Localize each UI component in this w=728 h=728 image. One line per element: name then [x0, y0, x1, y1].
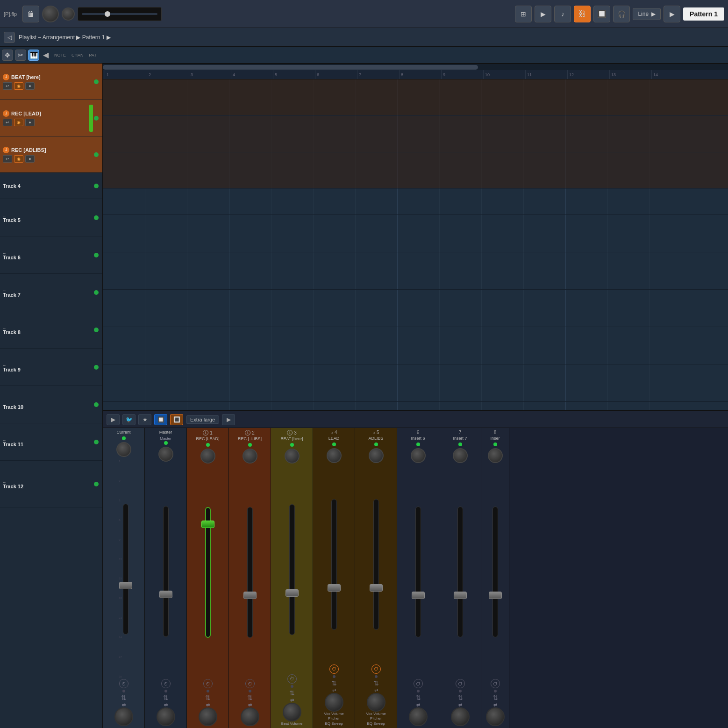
ch-2-knob[interactable] — [243, 449, 257, 464]
ch-7-knob[interactable] — [453, 448, 468, 463]
ch-1-stereo[interactable]: ⇄ — [206, 702, 210, 707]
ch-1-fader-track[interactable] — [205, 507, 211, 638]
rec-lead-btn-2[interactable]: ◉ — [14, 119, 23, 126]
ch-8-big-knob[interactable] — [486, 707, 505, 726]
knob-main[interactable] — [42, 6, 59, 22]
audio-icon[interactable]: ◁ — [4, 32, 15, 43]
ch-7-arrows[interactable]: ⇅ — [457, 694, 463, 701]
channel-current-stereo[interactable]: ⇄ — [122, 702, 126, 707]
mixer-play-btn[interactable]: ▶ — [107, 414, 120, 425]
mixer-arrow-btn[interactable]: ▶ — [222, 414, 235, 425]
link-btn[interactable]: ⛓ — [574, 6, 591, 22]
ch-1-arrows[interactable]: ⇅ — [205, 694, 211, 701]
ch-8-arrows[interactable]: ⇅ — [492, 694, 498, 701]
rec-lead-btn-1[interactable]: ↩ — [3, 119, 12, 126]
ch-6-knob[interactable] — [411, 448, 426, 463]
ch-1-knob[interactable] — [200, 449, 215, 464]
ch-2-clock[interactable]: ⏱ — [245, 679, 255, 688]
rec-adlibs-btn-2[interactable]: ◉ — [14, 155, 23, 163]
grid-row-9[interactable] — [103, 364, 728, 402]
grid-row-1[interactable] — [103, 79, 728, 116]
ch-8-clock[interactable]: ⏱ — [491, 679, 500, 688]
channel-current-big-knob[interactable] — [114, 707, 133, 726]
grid-row-5[interactable] — [103, 215, 728, 252]
slice-tool-btn[interactable]: ✂ — [15, 50, 26, 61]
channel-master-arrows[interactable]: ⇅ — [163, 694, 169, 701]
knob-secondary[interactable] — [62, 7, 75, 21]
arrow-btn[interactable]: ▶ — [535, 6, 551, 22]
headphone-btn[interactable]: 🎧 — [613, 6, 630, 22]
rec-adlibs-btn-3[interactable]: ● — [25, 155, 35, 163]
grid-row-7[interactable] — [103, 290, 728, 327]
move-tool-btn[interactable]: ✥ — [2, 50, 13, 61]
beat-track-btn-2[interactable]: ◉ — [14, 82, 23, 90]
channel-master-knob[interactable] — [158, 447, 173, 462]
ch-4-big-knob[interactable] — [325, 693, 343, 712]
ch-5-clock[interactable]: ⏱ — [371, 664, 381, 674]
ch-7-fader[interactable] — [440, 465, 480, 679]
channel-master-stereo[interactable]: ⇄ — [164, 702, 168, 707]
ch-1-fader[interactable] — [188, 465, 228, 679]
channel-master-big-knob[interactable] — [157, 707, 175, 726]
ch-6-arrows[interactable]: ⇅ — [415, 694, 421, 701]
ch-2-big-knob[interactable] — [241, 707, 259, 726]
beat-track-btn-1[interactable]: ↩ — [3, 82, 12, 90]
beat-track-btn-3[interactable]: ● — [25, 82, 35, 90]
ch-8-fader[interactable] — [482, 465, 508, 679]
ch-3-big-knob[interactable] — [283, 703, 301, 721]
grid-row-3[interactable] — [103, 152, 728, 189]
grid-view-btn[interactable]: ⊞ — [515, 6, 532, 22]
ch-1-big-knob[interactable] — [199, 707, 217, 726]
scrollbar-thumb[interactable] — [103, 65, 478, 70]
mic-btn[interactable]: ♪ — [554, 6, 571, 22]
ch-3-knob[interactable] — [285, 449, 300, 464]
ch-5-big-knob[interactable] — [367, 693, 385, 712]
horizontal-scrollbar[interactable] — [103, 64, 728, 70]
ch-1-clock[interactable]: ⏱ — [203, 679, 213, 688]
grid-row-4[interactable] — [103, 189, 728, 215]
ch-8-knob[interactable] — [488, 448, 503, 463]
ch-3-arrows[interactable]: ⇅ — [289, 689, 295, 697]
next-btn[interactable]: ▶ — [664, 6, 680, 22]
rec-adlibs-btn-1[interactable]: ↩ — [3, 155, 12, 163]
ch-8-stereo[interactable]: ⇄ — [493, 702, 497, 707]
ch-6-stereo[interactable]: ⇄ — [416, 702, 420, 707]
stamp-btn[interactable]: 🔲 — [593, 6, 610, 22]
ch-4-clock[interactable]: ⏱ — [329, 664, 339, 674]
mixer-view-btn2[interactable]: 🔳 — [170, 414, 183, 425]
ch-7-big-knob[interactable] — [451, 707, 470, 726]
ch-5-knob[interactable] — [369, 448, 384, 463]
channel-master-fader[interactable] — [146, 464, 186, 679]
ch-2-stereo[interactable]: ⇄ — [248, 702, 252, 707]
scroll-left-btn[interactable]: ◀ — [41, 50, 50, 60]
channel-current-knob[interactable] — [116, 442, 131, 457]
ch-4-knob[interactable] — [327, 448, 342, 463]
ch-5-stereo[interactable]: ⇄ — [374, 688, 378, 693]
mixer-star-btn[interactable]: ★ — [138, 414, 151, 425]
ch-3-clock[interactable]: ⏱ — [287, 674, 297, 684]
ch-4-arrows[interactable]: ⇅ — [331, 679, 337, 687]
grid-row-8[interactable] — [103, 327, 728, 364]
pitch-slider[interactable] — [78, 7, 162, 21]
trash-btn[interactable]: 🗑 — [22, 6, 39, 22]
ch-3-fader[interactable] — [272, 465, 312, 674]
channel-current-arrows[interactable]: ⇅ — [121, 694, 127, 701]
line-selector[interactable]: Line ▶ — [633, 8, 661, 20]
channel-master-clock[interactable]: ⏱ — [161, 679, 171, 688]
ch-5-fader[interactable] — [356, 465, 396, 664]
ch-6-fader[interactable] — [398, 465, 438, 679]
ch-5-arrows[interactable]: ⇅ — [373, 679, 379, 687]
ch-2-arrows[interactable]: ⇅ — [247, 694, 253, 701]
ch-3-stereo[interactable]: ⇄ — [290, 698, 294, 703]
ch-4-stereo[interactable]: ⇄ — [332, 688, 336, 693]
mixer-view-btn1[interactable]: 🔲 — [154, 414, 167, 425]
ch-4-fader[interactable] — [314, 465, 354, 664]
grid-row-6[interactable] — [103, 252, 728, 290]
ch-2-fader[interactable] — [230, 465, 270, 679]
ch-6-clock[interactable]: ⏱ — [414, 679, 423, 688]
channel-current-fader[interactable]: 3036912151821242730 — [104, 459, 143, 679]
ch-6-big-knob[interactable] — [409, 707, 428, 726]
piano-tool-btn[interactable]: 🎹 — [28, 50, 39, 61]
mixer-bird-btn[interactable]: 🐦 — [122, 414, 136, 425]
rec-lead-btn-3[interactable]: ● — [25, 119, 35, 126]
